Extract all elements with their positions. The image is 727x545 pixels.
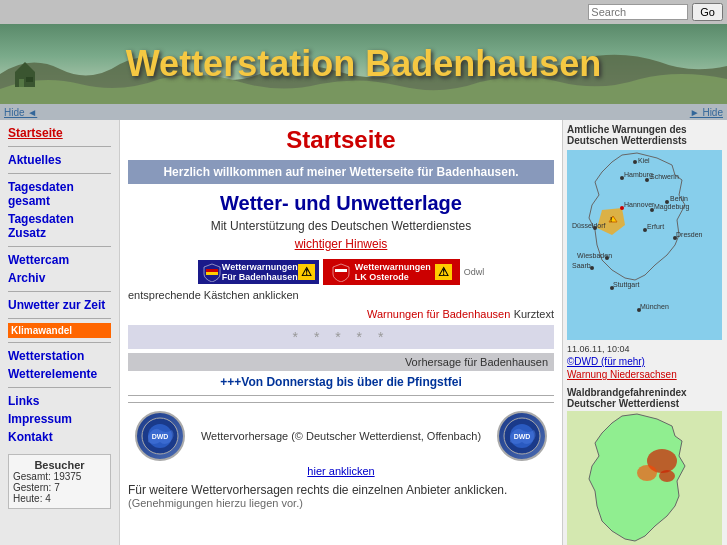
welcome-box: Herzlich willkommen auf meiner Wettersei… <box>128 160 554 184</box>
wetter-title: Wetter- und Unwetterlage <box>128 192 554 215</box>
entsprechend-text: entsprechende Kästchen anklicken <box>128 289 554 301</box>
dwd-subtitle: Mit Unterstützung des Deutschen Wetterdi… <box>128 219 554 233</box>
further-info: Für weitere Wettervorhersagen rechts die… <box>128 483 554 497</box>
warn-icon-2: ⚠ <box>435 264 452 280</box>
odwl-label: Odwl <box>464 267 485 277</box>
sidebar-item-kontakt[interactable]: Kontakt <box>8 428 111 446</box>
visitor-gesamt: Gesamt: 19375 <box>13 471 106 482</box>
top-bar: Go <box>0 0 727 24</box>
svg-text:Magdeburg: Magdeburg <box>654 203 690 211</box>
dwd-logo-row: DWD Wettervorhersage (© Deutscher Wetter… <box>128 411 554 461</box>
divider <box>8 387 111 388</box>
svg-text:München: München <box>640 303 669 310</box>
warning-row: Wetterwarnungen Für Badenhausen ⚠ Wetter… <box>128 259 554 285</box>
map-date: 11.06.11, 10:04 <box>567 344 723 354</box>
hide-right-button[interactable]: ► Hide <box>690 107 723 118</box>
warning-badge-osterode[interactable]: Wetterwarnungen LK Osterode ⚠ <box>323 259 460 285</box>
kurztext-label: Kurztext <box>514 308 554 320</box>
svg-point-18 <box>645 178 649 182</box>
svg-rect-6 <box>335 269 347 272</box>
divider <box>8 318 111 319</box>
divider <box>8 291 111 292</box>
header-banner: Wetterstation Badenhausen <box>0 24 727 104</box>
sidebar-item-tagesdaten-gesamt[interactable]: Tagesdaten gesamt <box>8 178 111 210</box>
nav-section: Startseite Aktuelles Tagesdaten gesamt T… <box>8 124 111 446</box>
waldbrand-title: Waldbrandgefahrenindex Deutscher Wetterd… <box>567 387 723 409</box>
svg-text:Wiesbaden: Wiesbaden <box>577 252 612 259</box>
divider-line-1 <box>128 395 554 396</box>
sidebar: Startseite Aktuelles Tagesdaten gesamt T… <box>0 120 120 545</box>
divider-line-2 <box>128 402 554 403</box>
go-button[interactable]: Go <box>692 3 723 21</box>
svg-point-46 <box>637 465 657 481</box>
svg-rect-2 <box>19 79 24 87</box>
content-area: Startseite Herzlich willkommen auf meine… <box>120 120 562 545</box>
visitor-heute: Heute: 4 <box>13 493 106 504</box>
header-title: Wetterstation Badenhausen <box>126 43 601 85</box>
sidebar-item-wettercam[interactable]: Wettercam <box>8 251 111 269</box>
svg-text:Saarb.: Saarb. <box>572 262 593 269</box>
hier-link[interactable]: hier anklicken <box>128 465 554 477</box>
visitor-box: Besucher Gesamt: 19375 Gestern: 7 Heute:… <box>8 454 111 509</box>
klimawandel-badge[interactable]: Klimawandel <box>8 323 111 338</box>
svg-text:Dresden: Dresden <box>676 231 703 238</box>
hide-bar: Hide ◄ ► Hide <box>0 104 727 120</box>
svg-text:Berlin: Berlin <box>670 195 688 202</box>
svg-text:Hannover: Hannover <box>624 201 655 208</box>
amtliche-title: Amtliche Warnungen des Deutschen Wetterd… <box>567 124 723 146</box>
svg-point-16 <box>633 160 637 164</box>
pfingst-text: +++Von Donnerstag bis über die Pfingstfe… <box>128 375 554 389</box>
main-layout: Startseite Aktuelles Tagesdaten gesamt T… <box>0 120 727 545</box>
svg-rect-5 <box>206 272 218 275</box>
svg-text:!: ! <box>610 215 612 224</box>
sidebar-item-unwetter[interactable]: Unwetter zur Zeit <box>8 296 111 314</box>
hide-left-button[interactable]: Hide ◄ <box>4 107 37 118</box>
svg-text:Hamburg: Hamburg <box>624 171 653 179</box>
vorhersage-box: Vorhersage für Badenhausen <box>128 353 554 371</box>
sidebar-item-startseite[interactable]: Startseite <box>8 124 111 142</box>
sidebar-item-tagesdaten-zusatz[interactable]: Tagesdaten Zusatz <box>8 210 111 242</box>
sidebar-item-links[interactable]: Links <box>8 392 111 410</box>
warnungen-link[interactable]: Warnungen für Badenhausen <box>367 308 510 320</box>
svg-rect-7 <box>335 272 347 275</box>
sidebar-item-wetterelemente[interactable]: Wetterelemente <box>8 365 111 383</box>
page-title: Startseite <box>128 126 554 154</box>
dwd-logo-left: DWD <box>135 411 185 461</box>
sidebar-item-impressum[interactable]: Impressum <box>8 410 111 428</box>
divider <box>8 342 111 343</box>
shield-icon-2 <box>331 262 351 282</box>
dwd-text-center: Wettervorhersage (© Deutscher Wetterdien… <box>201 430 481 442</box>
further-info-sub: (Genehmigungen hierzu liegen vor.) <box>128 497 554 509</box>
germany-fire-map: DWD <box>567 411 722 545</box>
right-panel: Amtliche Warnungen des Deutschen Wetterd… <box>562 120 727 545</box>
search-input[interactable] <box>588 4 688 20</box>
svg-text:Kiel: Kiel <box>638 157 650 164</box>
visitor-title: Besucher <box>13 459 106 471</box>
wichtig-link[interactable]: wichtiger Hinweis <box>128 237 554 251</box>
divider <box>8 146 111 147</box>
warn-niedersachsen-link[interactable]: Warnung Niedersachsen <box>567 369 677 380</box>
svg-rect-3 <box>26 77 33 82</box>
svg-text:Düsseldorf: Düsseldorf <box>572 222 606 229</box>
svg-text:Schwerin: Schwerin <box>650 173 679 180</box>
visitor-gestern: Gestern: 7 <box>13 482 106 493</box>
svg-text:Stuttgart: Stuttgart <box>613 281 640 289</box>
svg-point-47 <box>659 470 675 482</box>
dwd-copyright-link[interactable]: ©DWD (für mehr) <box>567 356 723 367</box>
shield-icon-1 <box>202 262 222 282</box>
divider <box>8 173 111 174</box>
svg-text:DWD: DWD <box>152 433 169 440</box>
svg-rect-4 <box>206 269 218 272</box>
sidebar-item-aktuelles[interactable]: Aktuelles <box>8 151 111 169</box>
stars-row: * * * * * <box>128 325 554 349</box>
dwd-logo-right: DWD <box>497 411 547 461</box>
sidebar-item-wetterstation[interactable]: Wetterstation <box>8 347 111 365</box>
germany-weather-map: Kiel Hamburg Schwerin Berlin Hannover Ma… <box>567 150 722 340</box>
warn-icon-1: ⚠ <box>298 264 315 280</box>
divider <box>8 246 111 247</box>
warning-badge-bund[interactable]: Wetterwarnungen Für Badenhausen ⚠ <box>198 260 319 284</box>
svg-text:DWD: DWD <box>514 433 531 440</box>
svg-text:Erfurt: Erfurt <box>647 223 664 230</box>
warnungen-row: Warnungen für Badenhausen Kurztext <box>128 307 554 321</box>
sidebar-item-archiv[interactable]: Archiv <box>8 269 111 287</box>
